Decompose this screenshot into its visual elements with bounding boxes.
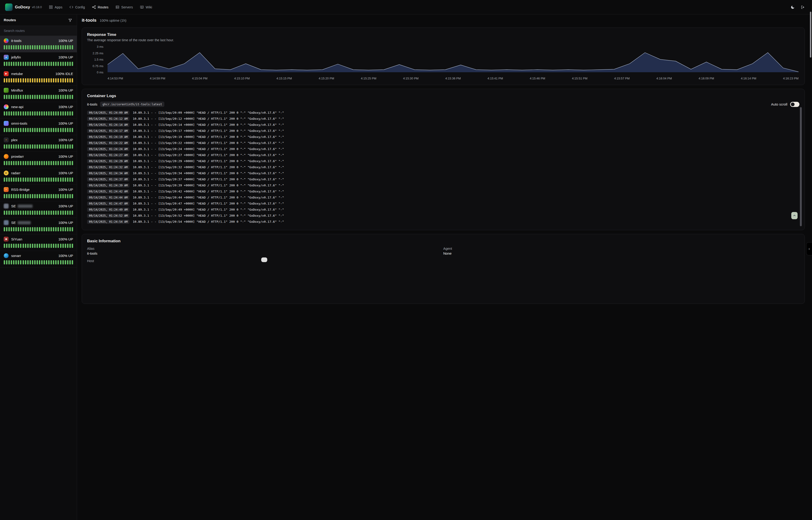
- field-value: it-tools: [87, 251, 406, 255]
- uptime-bar: [18, 145, 19, 149]
- uptime-bars: [4, 62, 73, 66]
- uptime-bar: [27, 78, 29, 82]
- nav-item-wiki[interactable]: Wiki: [140, 5, 152, 9]
- log-timestamp: 09/14/2025, 01:24:17 AM: [87, 129, 130, 133]
- log-row: 09/14/2025, 01:24:27 AM 10.89.3.1 - - [1…: [87, 153, 406, 157]
- log-row: 09/14/2025, 01:24:19 AM 10.89.3.1 - - [1…: [87, 134, 406, 139]
- uptime-bar: [48, 95, 50, 99]
- uptime-bar: [11, 211, 12, 215]
- uptime-bar: [30, 227, 31, 231]
- uptime-bars: [4, 244, 73, 248]
- uptime-bar: [67, 128, 68, 132]
- radarr-icon: ▸: [4, 171, 9, 176]
- uptime-bar: [72, 128, 73, 132]
- uptime-bar: [44, 227, 45, 231]
- uptime-bar: [16, 145, 17, 149]
- uptime-bar: [11, 45, 12, 49]
- route-list-item[interactable]: ▲ jellyfin 100% UP: [0, 52, 77, 69]
- route-list-item[interactable]: Miniflux 100% UP: [0, 85, 77, 102]
- uptime-bar: [57, 194, 59, 198]
- route-status: 100% UP: [58, 204, 73, 208]
- uptime-bar: [41, 62, 43, 66]
- route-name: jellyfin: [11, 55, 21, 59]
- uptime-bar: [65, 161, 66, 165]
- uptime-bar: [30, 45, 31, 49]
- uptime-bar: [41, 244, 43, 248]
- route-status: 100% UP: [58, 121, 73, 125]
- uptime-bar: [23, 78, 24, 82]
- log-row: 09/14/2025, 01:24:22 AM 10.89.3.1 - - [1…: [87, 140, 406, 146]
- search-routes-input[interactable]: [4, 29, 73, 33]
- x-tick-label: 4:15:25 PM: [361, 77, 376, 80]
- uptime-bar: [18, 78, 19, 82]
- nav-label: Apps: [55, 5, 62, 9]
- uptime-bar: [27, 244, 29, 248]
- route-list-item[interactable]: ▶ metube 100% IDLE: [0, 69, 77, 85]
- nav-item-routes[interactable]: Routes: [92, 5, 109, 9]
- route-list-item[interactable]: ▸ radarr 100% UP: [0, 168, 77, 185]
- uptime-bar: [44, 194, 45, 198]
- log-timestamp: 09/14/2025, 01:24:12 AM: [87, 117, 130, 121]
- uptime-bar: [13, 45, 15, 49]
- uptime-bar: [36, 45, 38, 49]
- uptime-bar: [44, 62, 45, 66]
- uptime-bar: [67, 161, 68, 165]
- route-list-item[interactable]: sonarr 100% UP: [0, 251, 77, 260]
- log-row: 09/14/2025, 01:24:12 AM 10.89.3.1 - - [1…: [87, 116, 406, 121]
- nav-item-config[interactable]: Config: [69, 5, 85, 9]
- uptime-bar: [51, 145, 52, 149]
- route-list-item[interactable]: it-tools 100% UP: [0, 36, 77, 52]
- nav-item-apps[interactable]: Apps: [49, 5, 62, 9]
- route-list-item[interactable]: new-api 100% UP: [0, 102, 77, 119]
- uptime-bar: [55, 78, 57, 82]
- route-list-item[interactable]: SE 100% UP: [0, 218, 77, 234]
- nav-label: Routes: [98, 5, 109, 9]
- uptime-bar: [11, 161, 12, 165]
- uptime-bar: [41, 95, 43, 99]
- y-tick-label: 3 ms: [97, 45, 103, 49]
- uptime-bars: [4, 78, 73, 82]
- nav-item-servers[interactable]: Servers: [115, 5, 133, 9]
- log-row: 09/14/2025, 01:24:47 AM 10.89.3.1 - - [1…: [87, 201, 406, 206]
- uptime-bar: [48, 244, 50, 248]
- uptime-bar: [20, 128, 21, 132]
- uptime-bar: [48, 161, 50, 165]
- uptime-bar: [34, 145, 36, 149]
- y-tick-label: 1.5 ms: [94, 58, 103, 61]
- uptime-bar: [67, 95, 68, 99]
- uptime-bar: [16, 95, 17, 99]
- uptime-bar: [16, 178, 17, 182]
- route-name: prowlarr: [11, 154, 24, 158]
- brand[interactable]: GoDoxy v0.18.0: [5, 3, 42, 11]
- uptime-bar: [51, 211, 52, 215]
- route-list-item[interactable]: ▤ SiYuan 100% UP: [0, 234, 77, 251]
- uptime-bar: [51, 45, 52, 49]
- uptime-bar: [60, 45, 61, 49]
- uptime-bar: [46, 128, 47, 132]
- uptime-bar: [62, 128, 64, 132]
- uptime-bar: [44, 211, 45, 215]
- uptime-bar: [55, 145, 57, 149]
- uptime-bar: [30, 211, 31, 215]
- route-list-item[interactable]: ◗ RSS-Bridge 100% UP: [0, 185, 77, 201]
- x-tick-label: 4:15:20 PM: [319, 77, 334, 80]
- route-list-item[interactable]: » plex 100% UP: [0, 135, 77, 152]
- uptime-bar: [55, 244, 57, 248]
- uptime-bar: [6, 78, 7, 82]
- uptime-bar: [13, 194, 15, 198]
- filter-routes-button[interactable]: [67, 17, 73, 23]
- uptime-bar: [6, 178, 7, 182]
- uptime-bar: [67, 45, 68, 49]
- uptime-bar: [20, 161, 21, 165]
- route-name: SE: [11, 220, 16, 225]
- uptime-bar: [25, 227, 26, 231]
- log-timestamp: 09/14/2025, 01:24:29 AM: [87, 159, 130, 163]
- route-list-item[interactable]: SE 100% UP: [0, 201, 77, 218]
- uptime-bar: [53, 178, 54, 182]
- route-list-item[interactable]: omni-tools 100% UP: [0, 119, 77, 135]
- uptime-bar: [57, 145, 59, 149]
- uptime-bar: [30, 161, 31, 165]
- route-list-item[interactable]: prowlarr 100% UP: [0, 152, 77, 168]
- uptime-bar: [51, 62, 52, 66]
- uptime-bar: [44, 45, 45, 49]
